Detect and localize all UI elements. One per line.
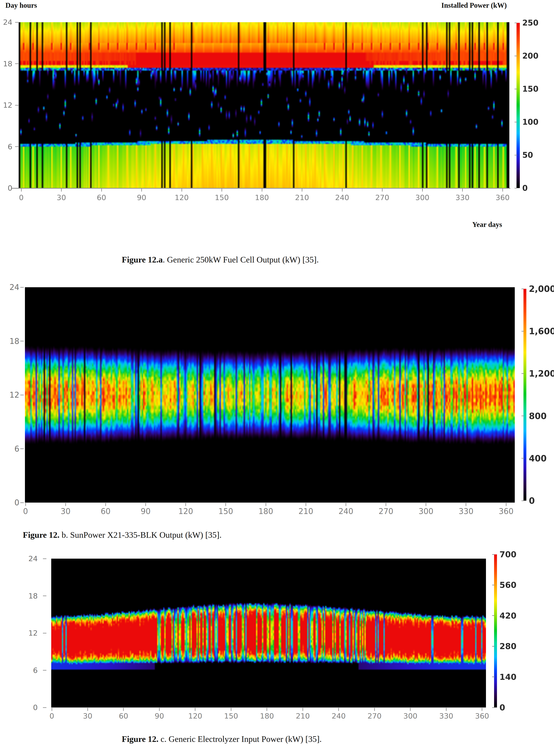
caption-figure-12c-label: Figure 12. [122, 734, 159, 744]
colorbar-tick-mark [514, 188, 517, 188]
fuel-cell-heatmap [19, 22, 509, 188]
x-tick-mark [302, 708, 303, 711]
colorbar-tick-label: 50 [522, 151, 533, 160]
colorbar-tick-mark [492, 615, 494, 616]
x-tick-label: 360 [496, 193, 510, 202]
colorbar-tick-label: 700 [499, 550, 516, 559]
x-tick-label: 240 [332, 712, 346, 720]
x-tick-mark [446, 708, 447, 711]
x-tick-mark [426, 503, 426, 506]
x-tick-mark [101, 188, 102, 191]
x-tick-label: 150 [218, 507, 233, 516]
colorbar-tick-label: 2,000 [529, 284, 554, 294]
colorbar-tick-mark [492, 707, 494, 708]
y-tick-mark [15, 188, 18, 188]
y-tick-mark [43, 707, 46, 708]
x-tick-mark [267, 708, 267, 711]
colorbar-title-installed-power: Installed Power (kW) [441, 1, 507, 9]
colorbar-tick-mark [521, 416, 524, 416]
caption-figure-12b-label: Figure 12. [23, 530, 60, 540]
x-tick-mark [159, 708, 160, 711]
colorbar-tick-mark [514, 22, 517, 23]
caption-figure-12a-label: Figure 12.a [122, 255, 163, 265]
colorbar-tick-label: 560 [499, 580, 516, 590]
x-tick-label: 330 [455, 193, 469, 202]
electrolyzer-colorbar [494, 555, 497, 707]
x-tick-label: 90 [155, 712, 164, 720]
colorbar-tick-label: 0 [529, 496, 535, 506]
x-tick-mark [342, 188, 342, 191]
y-tick-label: 0 [14, 498, 19, 507]
x-tick-label: 360 [475, 712, 489, 720]
x-tick-mark [266, 503, 266, 506]
x-tick-label: 90 [137, 193, 146, 202]
x-tick-label: 30 [61, 507, 70, 516]
x-tick-label: 30 [57, 193, 66, 202]
pv-colorbar [523, 289, 527, 501]
fuel-cell-x-axis-line [12, 188, 510, 189]
x-tick-label: 210 [296, 712, 310, 720]
colorbar-tick-mark [514, 122, 517, 122]
pv-heatmap [25, 287, 515, 503]
x-tick-label: 270 [375, 193, 389, 202]
x-tick-label: 0 [50, 712, 54, 720]
y-tick-mark [20, 287, 24, 288]
colorbar-tick-mark [492, 646, 494, 647]
y-tick-label: 24 [3, 18, 12, 26]
y-tick-label: 24 [29, 555, 38, 563]
x-tick-mark [306, 503, 306, 506]
colorbar-tick-label: 100 [522, 118, 539, 126]
x-tick-label: 330 [439, 712, 453, 720]
colorbar-tick-mark [492, 585, 494, 585]
y-axis-title-day-hours: Day hours [5, 1, 37, 9]
x-tick-label: 150 [224, 712, 238, 720]
x-tick-label: 120 [175, 193, 189, 202]
colorbar-tick-label: 800 [529, 411, 547, 421]
x-tick-mark [466, 503, 466, 506]
x-tick-label: 300 [419, 507, 433, 516]
y-tick-label: 6 [33, 666, 38, 675]
x-tick-label: 210 [295, 193, 309, 202]
colorbar-tick-mark [521, 289, 524, 289]
y-tick-label: 18 [29, 592, 38, 600]
x-tick-mark [386, 503, 386, 506]
colorbar-tick-label: 140 [499, 672, 516, 682]
y-tick-label: 0 [8, 184, 12, 192]
x-tick-mark [374, 708, 375, 711]
y-tick-mark [43, 670, 46, 671]
x-tick-mark [231, 708, 231, 711]
y-tick-mark [15, 22, 18, 22]
x-tick-mark [262, 188, 262, 191]
x-tick-mark [61, 188, 62, 191]
x-tick-mark [185, 503, 186, 506]
colorbar-tick-mark [492, 554, 494, 555]
colorbar-tick-label: 150 [522, 84, 539, 93]
colorbar-tick-mark [521, 458, 524, 459]
colorbar-tick-label: 1,600 [529, 326, 554, 336]
y-tick-mark [20, 449, 24, 449]
x-tick-mark [338, 708, 339, 711]
x-tick-label: 0 [19, 193, 23, 202]
caption-figure-12a-text: . Generic 250kW Fuel Cell Output (kW) [3… [163, 255, 319, 265]
y-tick-mark [43, 595, 46, 596]
colorbar-tick-mark [521, 501, 524, 501]
colorbar-tick-mark [521, 331, 524, 332]
y-tick-label: 18 [9, 337, 19, 346]
colorbar-tick-label: 250 [522, 18, 539, 27]
x-tick-label: 60 [97, 193, 106, 202]
colorbar-tick-label: 420 [499, 611, 516, 620]
y-tick-label: 12 [9, 391, 19, 399]
y-tick-mark [15, 63, 18, 64]
y-tick-label: 0 [33, 703, 38, 712]
x-tick-mark [21, 188, 22, 191]
colorbar-tick-label: 200 [522, 51, 539, 60]
x-tick-mark [225, 503, 226, 506]
colorbar-tick-label: 0 [522, 184, 528, 192]
x-tick-mark [502, 188, 503, 191]
x-tick-mark [410, 708, 410, 711]
x-tick-label: 30 [83, 712, 92, 720]
y-tick-mark [15, 146, 18, 147]
x-tick-label: 180 [260, 712, 274, 720]
x-tick-mark [382, 188, 383, 191]
x-tick-label: 90 [141, 507, 151, 516]
